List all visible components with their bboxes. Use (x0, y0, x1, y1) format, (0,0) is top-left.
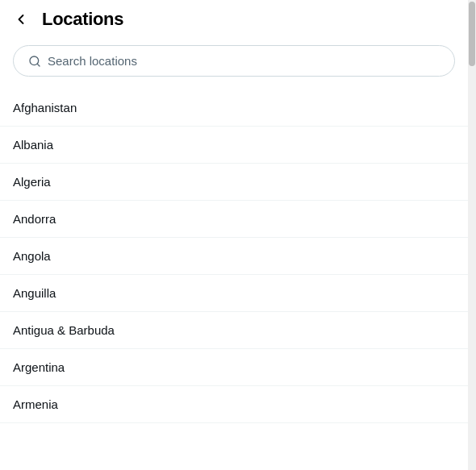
search-input[interactable] (48, 54, 440, 68)
svg-line-1 (37, 64, 40, 66)
list-item[interactable]: Algeria (0, 164, 468, 201)
search-icon (28, 55, 41, 68)
list-item[interactable]: Andorra (0, 201, 468, 238)
list-item[interactable]: Albania (0, 127, 468, 164)
list-item[interactable]: Antigua & Barbuda (0, 312, 468, 349)
list-item[interactable]: Anguilla (0, 275, 468, 312)
scrollbar-track[interactable] (468, 0, 476, 470)
list-item[interactable]: Armenia (0, 386, 468, 423)
list-item[interactable]: Argentina (0, 349, 468, 386)
content-area[interactable]: Locations AfghanistanAlbaniaAlgeriaAndor… (0, 0, 468, 470)
search-container (0, 39, 468, 89)
list-item[interactable]: Angola (0, 238, 468, 275)
search-input-wrapper (13, 45, 455, 77)
back-button[interactable] (10, 8, 32, 31)
page-title: Locations (42, 9, 123, 30)
scrollbar-thumb[interactable] (469, 2, 475, 66)
back-icon (13, 11, 29, 27)
locations-list: AfghanistanAlbaniaAlgeriaAndorraAngolaAn… (0, 89, 468, 423)
header: Locations (0, 0, 468, 39)
list-item[interactable]: Afghanistan (0, 89, 468, 127)
page-container: Locations AfghanistanAlbaniaAlgeriaAndor… (0, 0, 476, 470)
